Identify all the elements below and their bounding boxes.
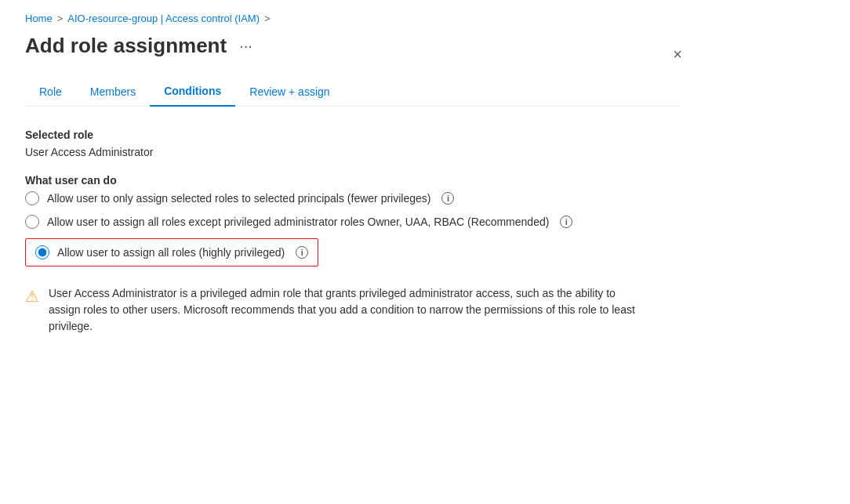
radio-group: Allow user to only assign selected roles… xyxy=(25,191,681,267)
selected-role-section: Selected role User Access Administrator xyxy=(25,129,681,158)
warning-text: User Access Administrator is a privilege… xyxy=(49,285,637,335)
radio-option-2: Allow user to assign all roles except pr… xyxy=(25,215,681,229)
radio-label-2: Allow user to assign all roles except pr… xyxy=(47,216,549,228)
radio-input-3[interactable] xyxy=(35,245,49,259)
breadcrumb-sep1: > xyxy=(57,13,64,24)
close-button[interactable]: × xyxy=(668,44,687,65)
more-options-button[interactable]: ··· xyxy=(234,35,257,56)
breadcrumb-sep2: > xyxy=(264,13,271,24)
info-icon-1[interactable]: i xyxy=(441,192,454,205)
tab-conditions[interactable]: Conditions xyxy=(150,77,235,107)
tab-members[interactable]: Members xyxy=(76,77,150,106)
warning-icon: ⚠ xyxy=(25,287,39,335)
info-icon-3[interactable]: i xyxy=(296,246,308,259)
selected-role-value: User Access Administrator xyxy=(25,146,681,158)
warning-box: ⚠ User Access Administrator is a privile… xyxy=(25,285,637,335)
radio-label-1: Allow user to only assign selected roles… xyxy=(47,192,430,205)
page-title: Add role assignment xyxy=(25,34,227,58)
breadcrumb-home[interactable]: Home xyxy=(25,13,53,24)
breadcrumb-resource[interactable]: AIO-resource-group | Access control (IAM… xyxy=(67,13,260,24)
radio-label-3: Allow user to assign all roles (highly p… xyxy=(57,246,285,259)
panel-header: Add role assignment ··· xyxy=(25,34,681,58)
tab-bar: Role Members Conditions Review + assign xyxy=(25,77,681,107)
tab-review[interactable]: Review + assign xyxy=(235,77,343,106)
what-user-can-do-section: What user can do Allow user to only assi… xyxy=(25,174,681,267)
radio-input-2[interactable] xyxy=(25,215,39,229)
what-user-can-do-label: What user can do xyxy=(25,174,681,187)
info-icon-2[interactable]: i xyxy=(560,216,572,228)
radio-input-1[interactable] xyxy=(25,191,39,205)
breadcrumb: Home > AIO-resource-group | Access contr… xyxy=(25,13,681,24)
radio-option-3: Allow user to assign all roles (highly p… xyxy=(25,238,318,267)
selected-role-label: Selected role xyxy=(25,129,681,141)
radio-option-1: Allow user to only assign selected roles… xyxy=(25,191,681,205)
tab-role[interactable]: Role xyxy=(25,77,76,106)
